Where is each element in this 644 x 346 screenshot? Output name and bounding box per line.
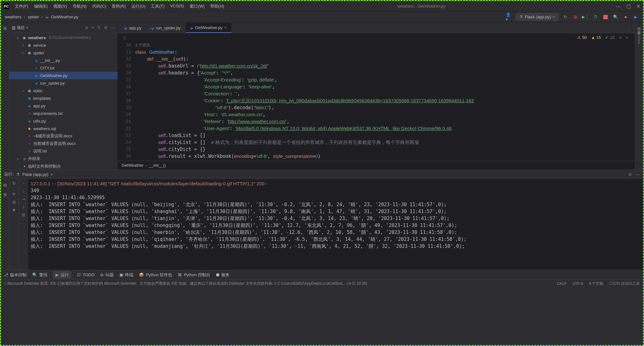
chevron-down-icon[interactable]: ▾ bbox=[51, 172, 53, 177]
tree-item[interactable]: ⬙utils.py bbox=[9, 117, 117, 125]
menu-code[interactable]: 代码(C) bbox=[90, 2, 109, 10]
menu-navigate[interactable]: 导航(N) bbox=[70, 2, 89, 10]
code-area[interactable]: 1 个用法 class GetWeather: def __init__(sel… bbox=[135, 33, 635, 161]
chevron-up-icon[interactable]: ʌ bbox=[619, 35, 622, 40]
clear-icon[interactable]: ✖ bbox=[12, 208, 16, 212]
wrap-icon[interactable]: ⇥ bbox=[22, 197, 25, 201]
tree-item[interactable]: ⬙app.py bbox=[9, 102, 117, 110]
crumb-folder[interactable]: spider bbox=[28, 15, 39, 19]
run-console[interactable]: 127.0.0.1 - - [30/Nov/2023 11:41:46] "GE… bbox=[28, 179, 643, 270]
menu-file[interactable]: 文件(F) bbox=[12, 2, 31, 10]
btab-vcs[interactable]: ⎇版本控制 bbox=[3, 272, 27, 278]
rerun-icon[interactable]: ↻ bbox=[12, 181, 16, 186]
run-header-config[interactable]: Flask (app.py) bbox=[22, 172, 48, 177]
menu-view[interactable]: 视图(V) bbox=[51, 2, 69, 10]
editor-tab[interactable]: ⬙GetWeather.py× bbox=[186, 23, 231, 33]
tree-item[interactable]: ≡requirements.txt bbox=[9, 110, 117, 117]
tree-item[interactable]: ≡说明.txt bbox=[9, 147, 117, 155]
tree-item[interactable]: >▣static bbox=[9, 87, 117, 94]
profile-icon[interactable]: ⏱ bbox=[592, 14, 599, 21]
editor-tab[interactable]: ⬙run_spider.py bbox=[146, 23, 185, 33]
up-icon[interactable]: ↑ bbox=[22, 181, 25, 186]
pin-icon[interactable]: ⚒ bbox=[12, 192, 16, 197]
tree-item[interactable]: ≡~$城市设置说明.docx bbox=[9, 132, 117, 140]
ai-assist-icon[interactable]: ● bbox=[622, 14, 629, 21]
maximize-icon[interactable]: ▢ bbox=[626, 3, 631, 9]
run-icon[interactable]: ↻ bbox=[562, 14, 569, 21]
user-icon[interactable]: 👤▾ bbox=[506, 14, 513, 21]
chevron-down-icon[interactable]: ▾ bbox=[26, 25, 28, 30]
status-line-sep[interactable]: CRLF bbox=[557, 282, 567, 286]
search-icon[interactable]: 🔍 bbox=[612, 14, 619, 21]
menu-run[interactable]: 运行(U) bbox=[129, 2, 148, 10]
tree-item[interactable]: ⬙GetWeather.py bbox=[9, 72, 117, 79]
status-bar: □ Microsoft Defender 配置: IDE 已检测到启用了实时保护… bbox=[1, 279, 643, 288]
crumb-file[interactable]: GetWeather.py bbox=[51, 15, 78, 19]
titlebar: PC 文件(F) 编辑(E) 视图(V) 导航(N) 代码(C) 重构(R) 运… bbox=[1, 1, 643, 12]
stop-icon[interactable] bbox=[602, 14, 609, 21]
btab-terminal[interactable]: ▣终端 bbox=[119, 272, 133, 278]
tree-item[interactable]: ◆weathers.sql bbox=[9, 125, 117, 132]
btab-problems[interactable]: ⊘问题 bbox=[100, 272, 114, 278]
tree-item[interactable]: >▣service bbox=[9, 41, 117, 49]
print-icon[interactable]: 🖶 bbox=[12, 200, 16, 205]
btab-todo[interactable]: ☑TODO bbox=[77, 272, 94, 277]
editor-crumb-class[interactable]: GetWeather bbox=[122, 163, 144, 168]
menu-vcs[interactable]: VCS(S) bbox=[168, 2, 187, 10]
btab-services[interactable]: ⬟服务 bbox=[216, 272, 230, 278]
run-config-selector[interactable]: ⚗ Flask (app.py) ▾ bbox=[516, 13, 558, 21]
btab-pyconsole[interactable]: ⌘Python 控制台 bbox=[178, 272, 210, 278]
hide-icon[interactable]: — bbox=[111, 25, 115, 30]
btab-run[interactable]: ▶运行 bbox=[53, 271, 71, 279]
status-encoding[interactable]: UTF-8 bbox=[572, 282, 583, 286]
menu-tools[interactable]: 工具(T) bbox=[148, 2, 167, 10]
menu-edit[interactable]: 编辑(E) bbox=[32, 2, 50, 10]
chevron-down-icon[interactable]: v bbox=[626, 35, 628, 40]
menu-window[interactable]: 窗口(W) bbox=[187, 2, 207, 10]
hide-icon[interactable]: — bbox=[636, 172, 640, 177]
menu-refactor[interactable]: 重构(R) bbox=[109, 2, 128, 10]
window-title: weathers - GetWeather.py bbox=[227, 4, 616, 9]
trash-icon[interactable]: 🗑 bbox=[21, 212, 26, 217]
tabs-more-icon[interactable]: ⋮ bbox=[623, 24, 635, 33]
gear-icon[interactable]: ⚙ bbox=[628, 172, 632, 177]
menu-help[interactable]: 帮助(H) bbox=[208, 2, 227, 10]
status-message[interactable]: □ Microsoft Defender 配置: IDE 已检测到启用了实时保护… bbox=[4, 281, 551, 286]
ide-icon: PC bbox=[3, 3, 9, 9]
coverage-icon[interactable]: ▶⋮ bbox=[582, 14, 589, 21]
project-tree[interactable]: v▣ weathers E:\01zhuomian\weathers >▣ser… bbox=[9, 33, 117, 170]
btab-pypkg[interactable]: 📦Python 软件包 bbox=[139, 272, 172, 278]
debug-icon[interactable]: 🐞 bbox=[572, 14, 579, 21]
editor-body[interactable]: 9 10 11 12 13 14 15 16 17 18 19 20 21 22… bbox=[118, 33, 635, 161]
tree-item[interactable]: ⬙run_spider.py bbox=[9, 79, 117, 87]
down-icon[interactable]: ↓ bbox=[22, 189, 25, 194]
close-icon[interactable]: × bbox=[224, 25, 227, 30]
scroll-icon[interactable]: ⤓ bbox=[22, 205, 25, 209]
crumb-project[interactable]: weathers bbox=[5, 15, 21, 19]
expand-all-icon[interactable]: ≡ bbox=[92, 25, 94, 30]
tree-item[interactable]: ✦临时文件和控制台 bbox=[9, 163, 117, 170]
tree-item[interactable]: ≡当前城市设置说明.docx bbox=[9, 140, 117, 147]
editor-crumb-method[interactable]: __init__() bbox=[149, 163, 166, 168]
status-indent[interactable]: 4 个空格 bbox=[589, 281, 603, 286]
tree-item[interactable]: v▣spider bbox=[9, 49, 117, 57]
tree-item[interactable]: >⫼外部库 bbox=[9, 155, 117, 163]
btab-find[interactable]: 🔍查找 bbox=[32, 272, 47, 278]
minimize-icon[interactable]: — bbox=[616, 3, 621, 9]
editor-tab[interactable]: ⬙app.py bbox=[120, 23, 146, 33]
tree-root-label: weathers bbox=[28, 35, 46, 40]
gear-icon[interactable]: ⚙ bbox=[104, 25, 108, 30]
tree-item[interactable]: ⬙__init__.py bbox=[9, 57, 117, 64]
locate-icon[interactable]: ⊕ bbox=[85, 25, 88, 30]
close-icon[interactable]: ✕ bbox=[636, 3, 641, 9]
run-anything-icon[interactable]: ▶ bbox=[632, 14, 639, 21]
inspection-summary[interactable]: ⚠ 50 ▲ 15 ✔ 10 ʌ v bbox=[577, 35, 628, 40]
breadcrumb: weathers › spider › ⬙ GetWeather.py bbox=[5, 15, 78, 19]
flask-icon: ⚗ bbox=[16, 172, 20, 177]
collapse-all-icon[interactable]: ⇅ bbox=[97, 25, 101, 30]
right-tab-sciview[interactable]: SciView bbox=[637, 32, 641, 44]
tree-root[interactable]: v▣ weathers E:\01zhuomian\weathers bbox=[9, 34, 117, 41]
tree-item[interactable]: ▣templates bbox=[9, 94, 117, 102]
tree-item[interactable]: ≡CITY.txt bbox=[9, 64, 117, 72]
run-toolwindow: 结构 书签 ↻ ⚒ 🖶 ✖ ↑ ↓ ⇥ ⤓ 🗑 127.0.0.1 - - [3… bbox=[1, 179, 643, 270]
